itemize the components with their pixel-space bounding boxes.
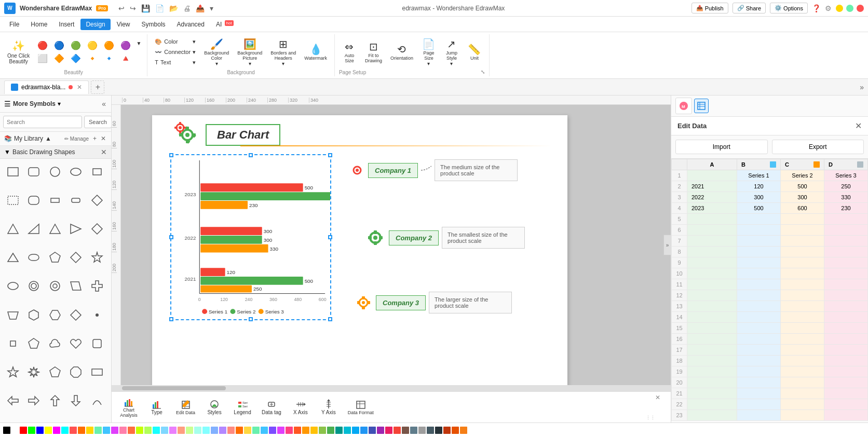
cell-a[interactable] — [687, 312, 737, 323]
style10-button[interactable]: 🔸 — [85, 52, 100, 64]
style1-button[interactable]: 🔴 — [35, 39, 50, 51]
cell-a[interactable] — [687, 290, 737, 301]
cell-c[interactable]: 600 — [781, 203, 824, 214]
cell-b[interactable] — [737, 301, 781, 312]
cell-b[interactable] — [737, 247, 781, 257]
shape-tri-up[interactable] — [4, 249, 22, 266]
selection-handle-tm[interactable] — [249, 153, 253, 157]
color-swatch[interactable] — [394, 427, 401, 434]
color-swatch[interactable] — [244, 427, 251, 434]
col-a-header[interactable]: A — [687, 159, 737, 170]
color-swatch[interactable] — [53, 427, 60, 434]
print-button[interactable]: 🖨 — [181, 3, 193, 13]
cell-d[interactable] — [824, 334, 868, 345]
style2-button[interactable]: 🔵 — [51, 39, 67, 51]
color-swatch[interactable] — [236, 427, 243, 434]
cell-b[interactable] — [737, 323, 781, 334]
cell-b[interactable] — [737, 410, 781, 421]
undo-button[interactable]: ↩ — [116, 3, 127, 13]
manage-button[interactable]: ✏ Manage — [63, 134, 90, 143]
shape-small-rounded[interactable] — [67, 192, 85, 209]
shape-ellipse2[interactable] — [4, 277, 22, 295]
menu-advanced[interactable]: Advanced — [172, 19, 210, 30]
cell-d[interactable]: 250 — [824, 181, 868, 192]
shape-rounded-sq[interactable] — [88, 335, 106, 352]
cell-b[interactable] — [737, 268, 781, 279]
unit-button[interactable]: 📏 Unit — [464, 41, 485, 63]
style6-button[interactable]: 🟣 — [118, 39, 133, 51]
bar-chart-selection[interactable]: 2023 2022 2021 0 120 240 360 480 600 — [170, 154, 331, 320]
cell-c[interactable]: 300 — [781, 192, 824, 203]
color-swatch[interactable] — [385, 427, 392, 434]
color-swatch[interactable] — [360, 427, 368, 434]
canvas[interactable]: Bar Chart — [121, 105, 671, 385]
color-swatch[interactable] — [344, 427, 351, 434]
shape-right-arrow[interactable] — [25, 392, 43, 409]
cell-d[interactable] — [824, 399, 868, 410]
cell-b[interactable]: Series 1 — [737, 170, 781, 181]
close-shapes-section-button[interactable]: ✕ — [101, 148, 107, 156]
style12-button[interactable]: 🔺 — [118, 52, 133, 64]
selection-handle-mr[interactable] — [328, 235, 332, 239]
color-swatch[interactable] — [277, 427, 284, 434]
cell-c[interactable] — [781, 345, 824, 356]
active-tab[interactable]: edrawmax-bla... ✕ — [4, 80, 89, 94]
color-swatch[interactable] — [294, 427, 301, 434]
color-swatch[interactable] — [86, 427, 93, 434]
color-swatch[interactable] — [202, 427, 210, 434]
shape-circle-outline[interactable] — [25, 277, 43, 295]
cell-d[interactable] — [824, 356, 868, 366]
selection-handle-tl[interactable] — [169, 153, 173, 157]
style4-button[interactable]: 🟡 — [85, 39, 100, 51]
color-swatch[interactable] — [94, 427, 102, 434]
one-click-beautify-button[interactable]: ✨ One ClickBeautify — [4, 37, 33, 66]
cell-b[interactable]: 500 — [737, 203, 781, 214]
shape-pentagon[interactable] — [46, 249, 64, 266]
color-swatch[interactable] — [435, 427, 442, 434]
cell-d[interactable]: 330 — [824, 192, 868, 203]
shape-curved[interactable] — [88, 392, 106, 409]
color-swatch[interactable] — [369, 427, 376, 434]
cell-c[interactable] — [781, 410, 824, 421]
shape-circle[interactable] — [46, 163, 64, 181]
cell-d[interactable] — [824, 268, 868, 279]
add-library-button[interactable]: + — [92, 134, 98, 143]
cell-d[interactable]: Series 3 — [824, 170, 868, 181]
more-styles-button[interactable]: ▼ — [134, 39, 143, 51]
collapse-panel-button[interactable]: » — [860, 83, 864, 91]
menu-insert[interactable]: Insert — [53, 19, 79, 30]
cell-d[interactable] — [824, 301, 868, 312]
cell-b[interactable] — [737, 257, 781, 268]
color-swatch[interactable] — [252, 427, 260, 434]
color-swatch[interactable] — [269, 427, 276, 434]
shape-rounded-outline[interactable] — [25, 192, 43, 209]
styles-button[interactable]: Styles — [201, 397, 227, 417]
minimize-button[interactable] — [836, 5, 843, 12]
color-swatch[interactable] — [28, 427, 35, 434]
cell-c[interactable] — [781, 312, 824, 323]
shape-pentagon2[interactable] — [25, 335, 43, 352]
cell-d[interactable] — [824, 214, 868, 225]
basic-drawing-shapes-section[interactable]: ▼ Basic Drawing Shapes ✕ — [0, 146, 111, 159]
color-swatch[interactable] — [20, 427, 27, 434]
connector-button[interactable]: 〰️ Connector ▾ — [152, 47, 199, 57]
cell-c[interactable] — [781, 214, 824, 225]
cell-b[interactable] — [737, 366, 781, 377]
cell-c[interactable] — [781, 399, 824, 410]
cell-d[interactable] — [824, 410, 868, 421]
cell-b[interactable] — [737, 356, 781, 366]
shape-rect-outline2[interactable] — [88, 363, 106, 381]
cell-c[interactable] — [781, 257, 824, 268]
cell-d[interactable] — [824, 279, 868, 290]
color-swatch[interactable] — [310, 427, 318, 434]
shape-octagon[interactable] — [67, 363, 85, 381]
shape-rhombus[interactable] — [67, 249, 85, 266]
selection-handle-ml[interactable] — [169, 235, 173, 239]
color-swatch[interactable] — [452, 427, 459, 434]
cell-a[interactable] — [687, 247, 737, 257]
legend-button[interactable]: Series Series Legend — [229, 397, 255, 417]
cell-b[interactable] — [737, 334, 781, 345]
shape-square-sm[interactable] — [4, 335, 22, 352]
cell-c[interactable] — [781, 356, 824, 366]
cell-a[interactable] — [687, 279, 737, 290]
